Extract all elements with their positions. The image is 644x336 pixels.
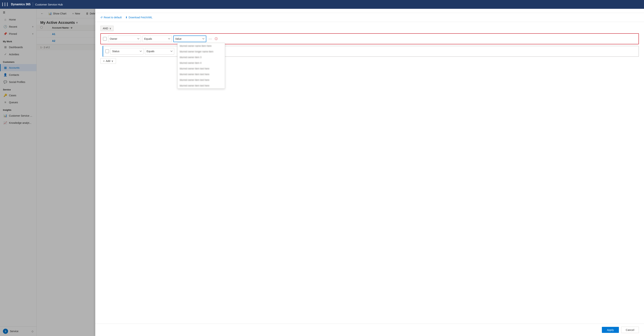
chevron-down-icon: ∨: [112, 59, 113, 62]
reset-label: Reset to default: [104, 16, 122, 19]
and-group-button[interactable]: AND ∨: [100, 26, 114, 31]
dropdown-item[interactable]: blurred owner item text here: [178, 66, 225, 71]
cancel-button[interactable]: Cancel: [621, 327, 639, 333]
dropdown-item[interactable]: blurred owner item text here: [178, 71, 225, 77]
download-label: Download FetchXML: [128, 16, 152, 19]
and-label: AND: [103, 27, 108, 30]
filter-row-1: Owner Equals Value ⋯ ⓘ: [100, 33, 639, 44]
dropdown-item[interactable]: blurred owner item 3: [178, 54, 225, 60]
download-icon: ⬇: [125, 16, 128, 19]
filter-body: AND ∨ Owner Equals Value ⋯ ⓘ 🔍: [95, 22, 644, 324]
reset-icon: ↺: [100, 16, 102, 19]
add-label: Add: [106, 59, 110, 62]
app-name: Dynamics 365: [11, 3, 30, 6]
filter-operator-equals-2[interactable]: Equals: [145, 48, 174, 54]
filter-field-owner[interactable]: Owner: [108, 35, 141, 42]
error-icon: ⓘ: [215, 37, 218, 41]
nav-divider: [33, 2, 33, 6]
app-grid-icon[interactable]: [2, 3, 9, 6]
reset-to-default-button[interactable]: ↺ Reset to default: [100, 15, 122, 19]
filter-value-select[interactable]: Value: [173, 35, 206, 42]
download-fetchxml-button[interactable]: ⬇ Download FetchXML: [125, 15, 152, 19]
chevron-down-icon: ∨: [110, 27, 111, 30]
filter-row-1-more-button[interactable]: ⋯: [208, 36, 212, 41]
plus-icon: +: [103, 59, 104, 62]
dropdown-item[interactable]: blurred owner item text here: [178, 83, 225, 88]
value-dropdown: blurred owner name item here blurred own…: [177, 43, 225, 89]
top-nav: Dynamics 365 Customer Service Hub: [0, 0, 644, 9]
filter-panel: Edit filters: Accounts ✕ ↺ Reset to defa…: [95, 0, 644, 336]
dropdown-item[interactable]: blurred owner longer name item: [178, 49, 225, 54]
filter-row-1-checkbox[interactable]: [103, 37, 107, 41]
filter-row-container-1: Owner Equals Value ⋯ ⓘ 🔍 Advanced lookup…: [100, 33, 639, 44]
dropdown-item[interactable]: blurred owner item text here: [178, 77, 225, 83]
apply-button[interactable]: Apply: [602, 327, 619, 333]
hub-name: Customer Service Hub: [35, 3, 63, 6]
filter-footer: Apply Cancel: [95, 324, 644, 336]
filter-field-status[interactable]: Status: [110, 48, 144, 54]
dropdown-item[interactable]: blurred owner item 4: [178, 60, 225, 66]
add-filter-button[interactable]: + Add ∨: [100, 58, 116, 64]
filter-actions-bar: ↺ Reset to default ⬇ Download FetchXML: [95, 13, 644, 22]
filter-operator-equals-1[interactable]: Equals: [142, 35, 172, 42]
dropdown-item[interactable]: blurred owner name item here: [178, 43, 225, 49]
filter-row-2-checkbox[interactable]: [105, 49, 109, 53]
